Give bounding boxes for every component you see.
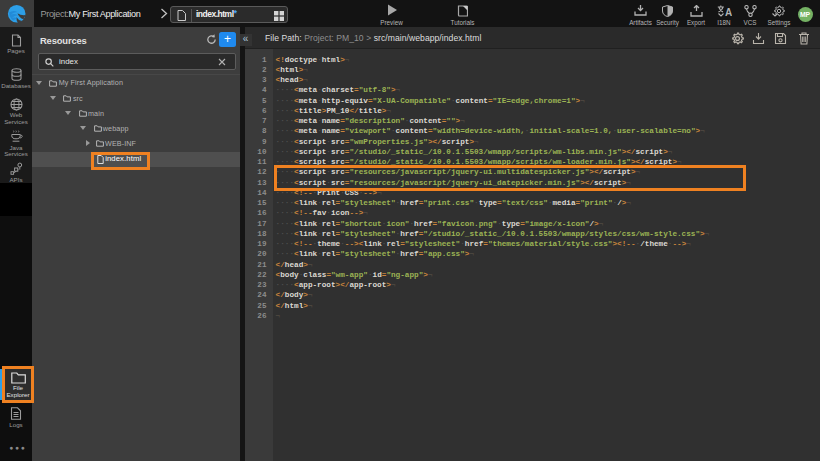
svg-text:A: A: [725, 7, 732, 17]
